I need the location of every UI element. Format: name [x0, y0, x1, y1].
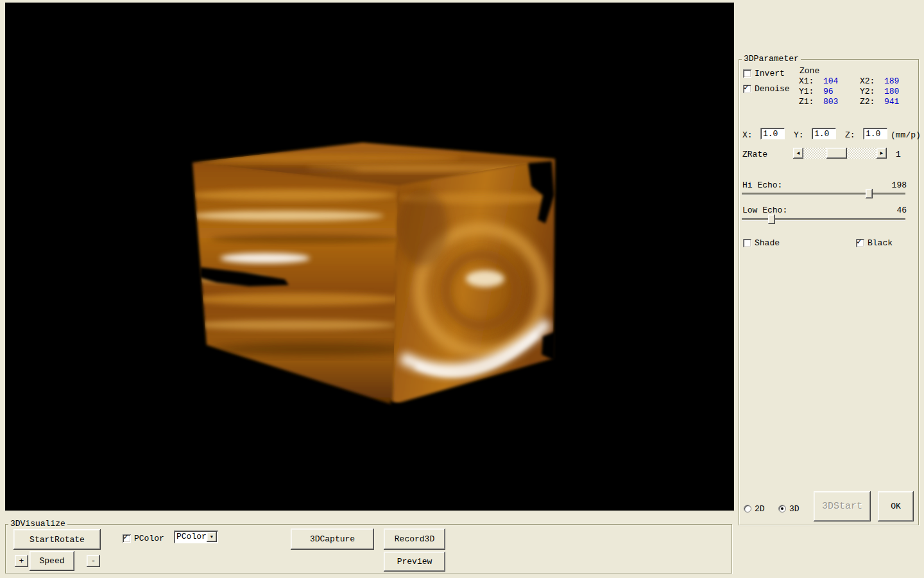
app-window: { "colors": { "panel_bg": "#ece9d8", "vi… — [0, 0, 924, 578]
invert-checkbox[interactable]: ✓ Invert — [743, 69, 785, 78]
zrate-scrollbar[interactable]: ◄ ► — [793, 148, 887, 159]
zone-y1-value: 96 — [823, 87, 834, 96]
zone-y1-label: Y1: — [799, 87, 814, 96]
scale-z-label: Z: — [845, 130, 855, 140]
mode-3d-radio-circle[interactable] — [778, 505, 786, 512]
zone-y2-label: Y2: — [860, 87, 875, 96]
check-icon: ✓ — [123, 533, 128, 542]
zone-title: Zone — [800, 66, 819, 76]
invert-checkbox-label: Invert — [755, 69, 785, 78]
speed-minus-button[interactable]: - — [87, 555, 100, 567]
scale-y-label: Y: — [794, 130, 804, 140]
speed-button[interactable]: Speed — [30, 551, 74, 571]
shade-checkbox-label: Shade — [755, 238, 780, 248]
check-icon: ✓ — [857, 238, 862, 247]
zone-x1-value: 104 — [823, 76, 838, 86]
scale-x-input[interactable] — [760, 128, 785, 139]
zrate-scroll-left-button[interactable]: ◄ — [793, 148, 803, 159]
record3d-button[interactable]: Record3D — [384, 529, 445, 550]
hi-echo-value: 198 — [877, 180, 907, 190]
pcolor-checkbox[interactable]: ✓ PColor — [123, 534, 164, 543]
mode-2d-radio[interactable]: 2D — [744, 504, 765, 513]
zone-z2-label: Z2: — [860, 97, 875, 107]
scroll-right-icon: ► — [880, 151, 884, 156]
zrate-label: ZRate — [742, 150, 767, 159]
mode-3d-radio-label: 3D — [789, 504, 800, 514]
zone-z1-label: Z1: — [799, 97, 814, 107]
denoise-checkbox[interactable]: ✓ Denoise — [743, 84, 790, 94]
pcolor-checkbox-box[interactable]: ✓ — [123, 534, 131, 543]
mode-2d-radio-label: 2D — [755, 504, 765, 514]
visualize-groupbox: 3DVisualize StartRotate ✓ PColor PColor … — [5, 524, 732, 574]
parameter-groupbox: 3DParameter ✓ Invert ✓ Denoise Zone X1: … — [739, 59, 919, 525]
start-rotate-button[interactable]: StartRotate — [13, 529, 101, 550]
invert-checkbox-box[interactable]: ✓ — [743, 69, 751, 78]
low-echo-slider-thumb[interactable] — [768, 215, 775, 224]
black-checkbox-label: Black — [868, 238, 893, 248]
preview-button[interactable]: Preview — [384, 552, 445, 572]
parameter-group-title: 3DParameter — [742, 54, 801, 64]
zone-x2-label: X2: — [860, 76, 875, 86]
ok-button[interactable]: OK — [878, 491, 914, 521]
start3d-button[interactable]: 3DStart — [814, 491, 871, 521]
scroll-left-icon: ◄ — [797, 151, 800, 156]
pcolor-dropdown-button[interactable]: ▼ — [207, 532, 217, 542]
speed-plus-button[interactable]: + — [15, 555, 28, 567]
mode-2d-radio-circle[interactable] — [744, 505, 751, 512]
scale-unit-label: (mm/p) — [891, 130, 921, 140]
black-checkbox[interactable]: ✓ Black — [856, 238, 893, 248]
capture-button[interactable]: 3DCapture — [291, 529, 374, 550]
visualize-group-title: 3DVisualize — [8, 519, 67, 529]
denoise-checkbox-label: Denoise — [755, 84, 790, 94]
zone-y2-value: 180 — [884, 87, 899, 96]
pcolor-dropdown-value: PColor — [174, 532, 207, 542]
shade-checkbox-box[interactable]: ✓ — [743, 239, 751, 247]
scale-x-label: X: — [742, 130, 753, 140]
mode-3d-radio[interactable]: 3D — [778, 504, 800, 513]
pcolor-checkbox-label: PColor — [134, 534, 164, 543]
zrate-scroll-right-button[interactable]: ► — [877, 148, 887, 159]
low-echo-label: Low Echo: — [742, 206, 787, 215]
black-checkbox-box[interactable]: ✓ — [856, 239, 864, 247]
shade-checkbox[interactable]: ✓ Shade — [743, 238, 780, 248]
scale-y-input[interactable] — [812, 128, 836, 139]
low-echo-slider-track[interactable] — [742, 218, 905, 220]
zone-z1-value: 803 — [823, 97, 838, 107]
render-viewport[interactable] — [5, 3, 734, 511]
zone-x1-label: X1: — [799, 76, 814, 86]
zrate-scrollbar-thumb[interactable] — [826, 148, 847, 159]
zrate-value: 1 — [896, 150, 901, 159]
dropdown-arrow-icon: ▼ — [210, 535, 213, 539]
low-echo-value: 46 — [877, 206, 907, 215]
zone-x2-value: 189 — [884, 76, 899, 86]
check-icon: ✓ — [744, 83, 749, 92]
volume-render-3d — [5, 3, 734, 511]
hi-echo-slider-thumb[interactable] — [866, 189, 873, 198]
pcolor-dropdown[interactable]: PColor ▼ — [174, 530, 218, 543]
denoise-checkbox-box[interactable]: ✓ — [743, 85, 751, 93]
zone-z2-value: 941 — [884, 97, 899, 107]
scale-z-input[interactable] — [863, 128, 887, 139]
hi-echo-label: Hi Echo: — [742, 180, 782, 190]
hi-echo-slider-track[interactable] — [742, 193, 905, 195]
